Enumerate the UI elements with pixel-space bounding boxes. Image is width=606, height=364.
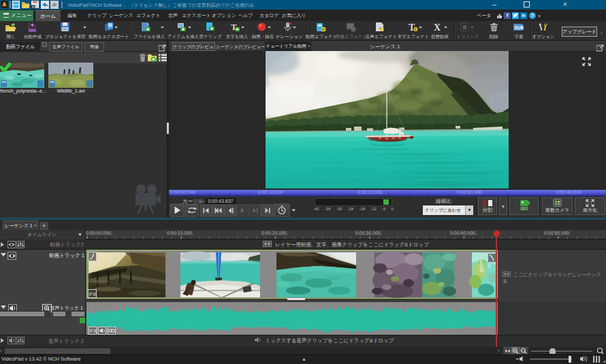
svg-text:FX: FX xyxy=(90,328,97,334)
svg-text:SUB: SUB xyxy=(515,25,524,30)
svg-text:T: T xyxy=(409,22,415,33)
svg-text:X: X xyxy=(434,22,441,33)
svg-text:FX: FX xyxy=(89,291,97,297)
